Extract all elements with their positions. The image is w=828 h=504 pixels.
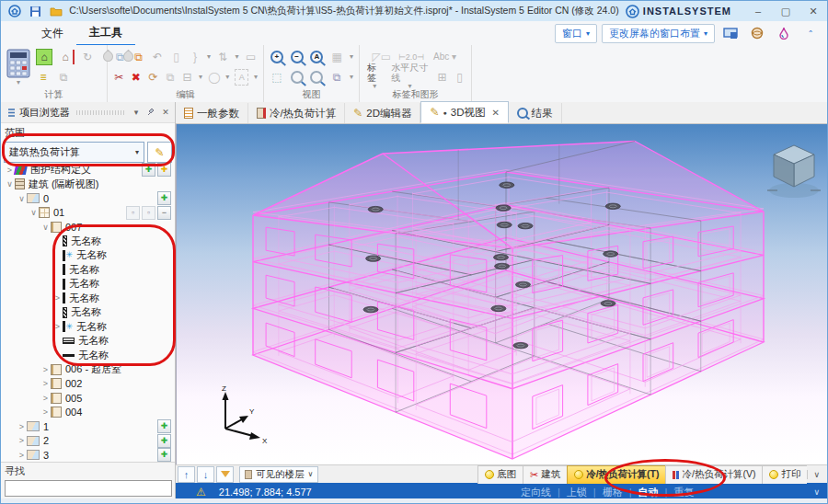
tag-button[interactable]: 标签▾ — [367, 63, 382, 91]
tree-item-01[interactable]: ∨01▫▫− — [1, 206, 175, 221]
flat-b-button[interactable]: ▫ — [142, 206, 155, 220]
tree-item-0[interactable]: ∨0✚ — [1, 191, 175, 206]
doc-tab-2[interactable]: 冷/热负荷计算 — [248, 103, 345, 123]
close-button[interactable]: ✕ — [799, 2, 827, 20]
open-folder-icon[interactable] — [50, 6, 63, 17]
doc-tab-1[interactable]: 一般参数 — [176, 103, 248, 123]
viewport-tab-1[interactable]: 底图 — [477, 465, 523, 484]
zoom-in-icon[interactable]: + — [270, 50, 284, 64]
tree-item-006 - 起居室[interactable]: >006 - 起居室 — [1, 362, 175, 377]
add-green-button[interactable]: ✚ — [157, 448, 171, 462]
save-icon[interactable] — [29, 6, 41, 17]
tree-item-无名称[interactable]: ✳无名称 — [1, 248, 175, 263]
remove-button[interactable]: − — [157, 206, 171, 220]
zoom-all-icon[interactable]: A — [310, 50, 325, 64]
viewport-3d[interactable]: Z X Y — [176, 124, 828, 464]
tree-item-007[interactable]: ∨007 — [1, 220, 175, 235]
storey-up-icon[interactable]: ↑ — [178, 466, 195, 483]
cut-icon[interactable]: ✂ — [113, 70, 125, 85]
viewport-tab-5[interactable]: 打印 — [762, 465, 807, 484]
doc-tab-4[interactable]: ✎●3D视图✕ — [420, 101, 508, 123]
navigation-cube[interactable] — [766, 138, 823, 204]
pin-icon[interactable] — [145, 107, 156, 118]
mode-4[interactable]: 自动 — [638, 486, 659, 499]
add-green-button[interactable]: ✚ — [157, 434, 171, 448]
tree-item-无名称[interactable]: >无名称 — [1, 292, 175, 306]
viewport-tab-2[interactable]: ✂建筑 — [523, 465, 567, 484]
horizontal-dimension-button[interactable]: 水平尺寸线▾ — [391, 63, 429, 91]
doc-tab-3[interactable]: ✎2D编辑器 — [345, 103, 420, 123]
viewport-tab-3[interactable]: 冷/热负荷计算(T) — [567, 465, 665, 484]
results-bands-icon[interactable]: ≡ — [36, 70, 51, 85]
tree-item-005[interactable]: >005 — [1, 391, 175, 406]
drag-handle[interactable] — [76, 110, 124, 115]
calculate-icon[interactable] — [6, 49, 30, 78]
tree-item-无名称[interactable]: 无名称 — [1, 349, 175, 363]
zoom-out-icon[interactable]: − — [290, 50, 305, 64]
globe-icon[interactable] — [746, 23, 768, 43]
calc-thermal-icon[interactable]: ⌂ — [58, 50, 75, 64]
storey-down-icon[interactable]: ↓ — [197, 466, 214, 483]
tree-expander-icon[interactable]: > — [52, 322, 63, 331]
mode-1[interactable]: 定向线 — [521, 486, 551, 499]
find-input[interactable] — [5, 480, 172, 497]
zoom-window-icon[interactable]: ⬚ — [270, 70, 284, 85]
zoom-sel-icon[interactable] — [310, 70, 325, 85]
collapse-ribbon-button[interactable]: ⌃ — [799, 23, 822, 43]
close-icon[interactable]: ✕ — [491, 108, 499, 118]
tree-expander-icon[interactable]: > — [52, 293, 63, 303]
mode-5[interactable]: 重复 — [673, 486, 694, 499]
more-tabs-icon[interactable]: ∨ — [807, 470, 825, 479]
tree-expander-icon[interactable]: > — [40, 365, 51, 374]
tree-expander-icon[interactable]: ∨ — [29, 208, 39, 217]
tree-item-002[interactable]: >002 — [1, 377, 175, 392]
minimize-button[interactable]: – — [744, 2, 772, 20]
tree-expander-icon[interactable]: ∨ — [5, 179, 15, 189]
tree-expander-icon[interactable]: ∨ — [40, 223, 51, 232]
tree-item-无名称[interactable]: 无名称 — [1, 235, 175, 249]
tree-expander-icon[interactable]: > — [40, 379, 51, 388]
flat-a-button[interactable]: ▫ — [126, 206, 140, 220]
filter-icon[interactable] — [216, 466, 234, 483]
menu-tab-file[interactable]: 文件 — [29, 22, 76, 45]
save-layout-icon[interactable] — [719, 23, 742, 43]
status-chevron-icon[interactable]: ∨ — [813, 487, 820, 497]
tree-item-无名称[interactable]: >✳无名称 — [1, 320, 175, 335]
tree-expander-icon[interactable]: > — [17, 451, 27, 460]
doc-tab-5[interactable]: 结果 — [509, 103, 562, 123]
menu-tab-main-tools[interactable]: 主工具 — [76, 21, 135, 46]
calc-building-icon[interactable]: ⌂ — [36, 49, 52, 65]
add-green-button[interactable]: ✚ — [142, 163, 155, 177]
tree-item-建筑 (隔断视图)[interactable]: ∨建筑 (隔断视图) — [1, 178, 175, 192]
zoom-prev-icon[interactable] — [290, 70, 305, 85]
tree-item-无名称[interactable]: 无名称 — [1, 334, 175, 349]
tree-item-3[interactable]: >3✚ — [1, 448, 175, 462]
tree-item-围护结构定义[interactable]: >围护结构定义✚✚ — [1, 163, 175, 178]
tree-expander-icon[interactable]: > — [40, 407, 51, 417]
chevron-down-icon[interactable]: ▾ — [17, 78, 20, 86]
delete-icon[interactable]: ✖ — [131, 70, 143, 85]
panel-menu-icon[interactable]: ▾ — [131, 108, 142, 117]
viewport-tab-4[interactable]: 冷/热负荷计算(V) — [665, 465, 762, 484]
mode-3[interactable]: 栅格 — [603, 486, 623, 499]
tree-item-无名称[interactable]: 无名称 — [1, 305, 175, 320]
maximize-button[interactable]: ▢ — [772, 2, 799, 20]
window-menu-button[interactable]: 窗口▾ — [555, 24, 597, 43]
paste-icon[interactable]: ⧉ — [132, 50, 144, 64]
tree-expander-icon[interactable]: ∨ — [17, 194, 27, 203]
warning-icon[interactable]: ⚠ — [196, 486, 206, 498]
tree-expander-icon[interactable]: > — [17, 436, 27, 445]
layers-icon[interactable]: ⧉ — [329, 70, 344, 85]
tree-expander-icon[interactable]: > — [17, 422, 27, 431]
tree-item-2[interactable]: >2✚ — [1, 434, 175, 449]
add-yellow-button[interactable]: ✚ — [157, 163, 171, 177]
tree-item-004[interactable]: >004 — [1, 406, 175, 420]
add-green-button[interactable]: ✚ — [157, 191, 171, 205]
tree-item-无名称[interactable]: 无名称 — [1, 277, 175, 292]
visible-floors-dropdown[interactable]: 可见的楼层 ∨ — [239, 466, 318, 483]
droplet-icon[interactable] — [773, 23, 795, 43]
change-layout-button[interactable]: 更改屏幕的窗口布置▾ — [602, 24, 715, 43]
add-green-button[interactable]: ✚ — [157, 419, 171, 433]
edit-scope-button[interactable]: ✎ — [147, 142, 172, 163]
scope-dropdown[interactable]: 建筑热负荷计算 ▾ — [4, 142, 144, 163]
